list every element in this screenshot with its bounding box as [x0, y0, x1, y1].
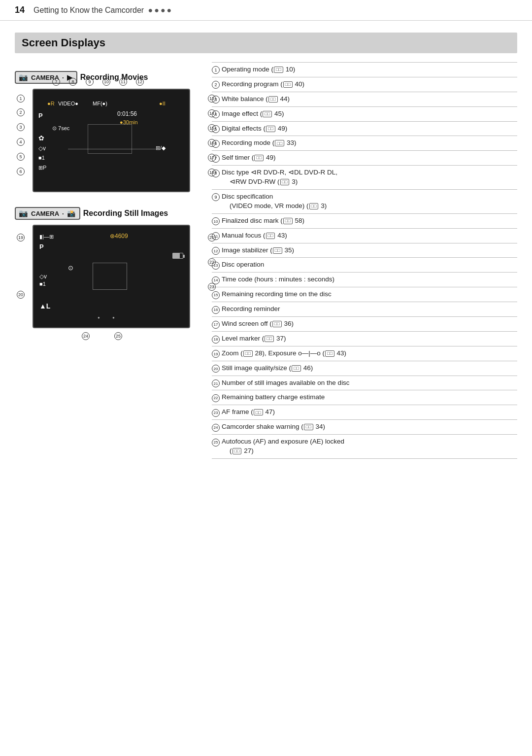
item-text-18: Level marker (□□ 37)	[222, 334, 286, 344]
item-num-16: 16	[212, 305, 220, 314]
callout-24: 24	[82, 332, 90, 340]
list-item: 25 Autofocus (AF) and exposure (AE) lock…	[212, 435, 517, 459]
page-header-title: Getting to Know the Camcorder ●●●●	[33, 6, 173, 15]
ref-box: □□	[283, 218, 293, 224]
vf2-dot1: ●	[98, 315, 100, 320]
vf2-zoom-exposure: ▮|—⊞	[39, 234, 54, 240]
vf-focus-frame	[88, 124, 132, 154]
item-num-25: 25	[212, 437, 220, 447]
main-content: 📷 CAMERA · ▶ Recording Movies 7 8 9 10 1…	[0, 62, 532, 459]
callout-7: 7	[52, 78, 60, 86]
vf-scene-mode: ⊞P	[38, 165, 46, 171]
callout-12: 12	[136, 78, 144, 86]
vf2-rec-mode: ■1	[39, 281, 46, 287]
list-item: 9 Disc specification(VIDEO mode, VR mode…	[212, 190, 517, 214]
page-number: 14	[15, 5, 25, 15]
vf2-battery	[172, 253, 183, 259]
camera-icon-movies: 📷	[19, 73, 28, 82]
item-text-1: Operating mode (□□ 10)	[222, 65, 295, 74]
right-column: 1 Operating mode (□□ 10) 2 Recording pro…	[202, 62, 517, 459]
ref-box: □□	[266, 126, 275, 132]
left-callouts-movies: 1 2 3 4 5 6	[17, 95, 25, 175]
ref-box: □□	[309, 203, 319, 209]
callout-19: 19	[17, 234, 25, 241]
callout-21: 21	[208, 234, 216, 241]
item-num-20: 20	[212, 364, 220, 373]
callout-1: 1	[17, 95, 25, 103]
still-mode-icon: 📸	[67, 209, 75, 217]
item-text-20: Still image quality/size (□□ 46)	[222, 364, 313, 373]
list-item: 5 Digital effects (□□ 49)	[212, 122, 517, 137]
item-num-1: 1	[212, 65, 220, 74]
item-text-24: Camcorder shake warning (□□ 34)	[222, 422, 325, 432]
top-callouts-movies: 7 8 9 10 11 12	[52, 78, 144, 86]
callout-23: 23	[208, 283, 216, 291]
callout-11: 11	[119, 78, 127, 86]
item-text-21: Number of still images available on the …	[222, 378, 350, 388]
item-num-9: 9	[212, 192, 220, 202]
item-text-2: Recording program (□□ 40)	[222, 80, 304, 89]
vf-pause-icon: ●II	[159, 101, 166, 106]
ref-box: □□	[254, 155, 264, 161]
vf2-battery-cap	[183, 255, 185, 258]
viewfinder-movies: ●R VIDEO● MF(●) ●II P 0:01:56 ●30min ⊙ 7…	[33, 89, 190, 192]
callout-9: 9	[86, 78, 94, 86]
ref-box: □□	[268, 96, 278, 103]
item-num-2: 2	[212, 80, 220, 89]
bottom-callouts-still: 24 25	[82, 332, 197, 340]
item-text-10: Finalized disc mark (□□ 58)	[222, 216, 304, 226]
vf2-image-size: ▲L	[39, 302, 50, 310]
right-callouts-still: 21 22 23	[208, 234, 216, 291]
ref-box: □□	[280, 179, 290, 185]
ref-box: □□	[243, 350, 253, 357]
vf2-count: ⊛4609	[110, 233, 128, 240]
list-item: 16 Recording reminder	[212, 302, 517, 317]
camera-badge-still: 📷 CAMERA · 📸	[15, 207, 80, 220]
recording-still-label: 📷 CAMERA · 📸 Recording Still Images	[15, 207, 197, 220]
vf2-dot2: ●	[112, 315, 115, 320]
item-num-22: 22	[212, 393, 220, 402]
callout-22: 22	[208, 258, 216, 266]
item-num-23: 23	[212, 408, 220, 417]
item-text-9: Disc specification(VIDEO mode, VR mode) …	[222, 192, 327, 211]
list-item: 23 AF frame (□□ 47)	[212, 405, 517, 420]
callout-20: 20	[17, 291, 25, 299]
item-num-19: 19	[212, 349, 220, 358]
vf-timecode: 0:01:56	[117, 110, 137, 117]
ref-box: □□	[283, 81, 293, 88]
list-item: 15 Remaining recording time on the disc	[212, 287, 517, 302]
item-text-11: Manual focus (□□ 43)	[222, 231, 287, 241]
page-header: 14 Getting to Know the Camcorder ●●●●	[0, 0, 532, 21]
list-item: 6 Recording mode (□□ 33)	[212, 136, 517, 151]
list-item: 22 Remaining battery charge estimate	[212, 390, 517, 405]
viewfinder-still-wrapper: 19 20 ▮|—⊞ P ⊛4609 ⊙ ◇v ■1 ▲L	[33, 225, 197, 340]
item-text-13: Disc operation	[222, 260, 264, 270]
vf2-prog-p: P	[39, 243, 44, 250]
callout-25: 25	[114, 332, 122, 340]
vf-wind-level: ⊞/◆	[156, 145, 166, 151]
callout-2: 2	[17, 108, 25, 116]
item-text-19: Zoom (□□ 28), Exposure o—|—o (□□ 43)	[222, 349, 346, 358]
ref-box: □□	[265, 336, 274, 342]
item-num-24: 24	[212, 422, 220, 432]
vf-rec-mode: ■1	[38, 155, 45, 161]
ref-box: □□	[254, 409, 263, 415]
ref-box: □□	[304, 424, 313, 430]
item-text-17: Wind screen off (□□ 36)	[222, 319, 294, 329]
left-column: 📷 CAMERA · ▶ Recording Movies 7 8 9 10 1…	[15, 62, 202, 459]
ref-box: □□	[263, 111, 272, 117]
ref-box: □□	[266, 233, 275, 239]
item-text-7: Self timer (□□ 49)	[222, 153, 275, 163]
callout-5: 5	[17, 153, 25, 161]
section-title-bar: Screen Displays	[15, 33, 517, 53]
section-title: Screen Displays	[22, 36, 510, 49]
list-item: 11 Manual focus (□□ 43)	[212, 229, 517, 243]
callout-15: 15	[208, 124, 216, 132]
item-text-3: White balance (□□ 44)	[222, 95, 290, 104]
vf-self-timer: ⊙ 7sec	[52, 125, 69, 132]
list-item: 1 Operating mode (□□ 10)	[212, 63, 517, 77]
vf2-af-frame	[93, 263, 127, 290]
vf2-battery-level	[173, 253, 180, 258]
vf-prog-p: P	[38, 112, 43, 119]
list-item: 18 Level marker (□□ 37)	[212, 332, 517, 346]
